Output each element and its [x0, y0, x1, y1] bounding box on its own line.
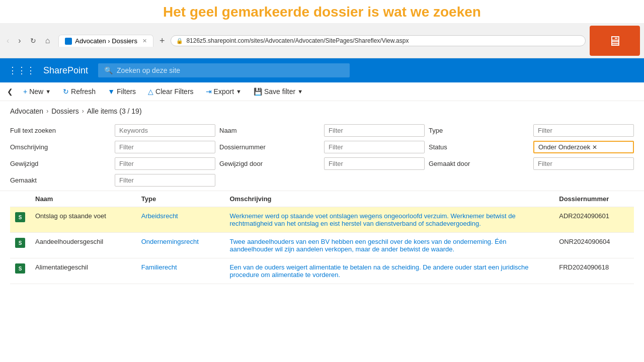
omschrijving-cell: Werknemer werd op staande voet ontslagen… [224, 207, 554, 233]
sharepoint-header: ⋮⋮⋮ SharePoint 🔍 [0, 58, 644, 82]
breadcrumb-sep-2: › [82, 108, 84, 115]
full-text-input[interactable] [115, 124, 215, 137]
save-filter-dropdown-icon: ▼ [297, 88, 303, 95]
new-label: New [29, 87, 43, 96]
breadcrumb-sub[interactable]: Dossiers [51, 107, 78, 115]
filters-label: Filters [117, 87, 136, 96]
dossiernummer-cell: ADR2024090601 [554, 207, 634, 233]
omschrijving-cell: Een van de ouders weigert alimentatie te… [224, 258, 554, 284]
col-naam[interactable]: Naam [30, 191, 136, 207]
breadcrumb-sep-1: › [46, 108, 48, 115]
status-filter-remove[interactable]: ✕ [592, 144, 597, 151]
file-icon-cell: S [10, 233, 30, 258]
new-dropdown-icon: ▼ [45, 88, 51, 95]
file-icon-cell: S [10, 258, 30, 284]
file-icon: S [15, 238, 25, 248]
clear-filter-icon: △ [148, 87, 153, 96]
file-icon: S [15, 263, 25, 274]
browser-refresh-button[interactable]: ↻ [28, 36, 39, 46]
gemaakt-door-input[interactable] [533, 157, 634, 170]
type-input[interactable] [533, 124, 634, 137]
omschrijving-cell: Twee aandeelhouders van een BV hebben ee… [224, 233, 554, 258]
type-cell: Familierecht [136, 258, 225, 284]
dossiernummer-input[interactable] [324, 141, 425, 153]
status-filter-tag-container[interactable]: Onder Onderzoek ✕ [533, 141, 634, 153]
content-area: Advocaten › Dossiers › Alle items (3 / 1… [0, 101, 644, 284]
tab-favicon [65, 38, 72, 45]
breadcrumb-current: Alle items (3 / 19) [87, 107, 142, 115]
file-icon: S [15, 212, 25, 222]
new-button[interactable]: + New ▼ [18, 84, 56, 99]
search-icon: 🔍 [104, 66, 113, 74]
gewijzigd-label: Gewijzigd [10, 160, 111, 167]
save-filter-label: Save filter [264, 87, 295, 96]
save-filter-button[interactable]: 💾 Save filter ▼ [249, 84, 308, 99]
type-cell: Ondernemingsrecht [136, 233, 225, 258]
export-icon: ⇥ [206, 87, 212, 96]
filters-button[interactable]: ▼ Filters [103, 84, 141, 99]
breadcrumb: Advocaten › Dossiers › Alle items (3 / 1… [0, 101, 644, 120]
naam-cell: Alimentatiegeschil [30, 258, 136, 284]
tab-label: Advocaten › Dossiers [75, 37, 137, 45]
naam-label: Naam [219, 127, 320, 134]
status-label: Status [429, 143, 529, 151]
table-container: Naam Type Omschrijving Dossiernummer S O… [0, 191, 644, 284]
clear-filters-label: Clear Filters [155, 87, 193, 96]
gewijzigd-input[interactable] [115, 157, 215, 170]
status-filter-tag: Onder Onderzoek ✕ [538, 143, 597, 151]
waffle-icon[interactable]: ⋮⋮⋮ [6, 63, 37, 78]
filter-icon: ▼ [108, 87, 115, 96]
back-button[interactable]: ‹ [4, 35, 12, 46]
refresh-button[interactable]: ↻ Refresh [58, 84, 101, 99]
export-label: Export [214, 87, 234, 96]
dossiernummer-cell: FRD2024090618 [554, 258, 634, 284]
omschrijving-label: Omschrijving [10, 143, 111, 151]
type-cell: Arbeidsrecht [136, 207, 225, 233]
lock-icon: 🔒 [176, 38, 183, 44]
table-row[interactable]: S Alimentatiegeschil Familierecht Een va… [10, 258, 634, 284]
col-omschrijving[interactable]: Omschrijving [224, 191, 554, 207]
tab-close-button[interactable]: ✕ [142, 38, 147, 44]
col-icon [10, 191, 30, 207]
collapse-button[interactable]: ❮ [4, 85, 16, 98]
status-value: Onder Onderzoek [538, 143, 590, 151]
address-bar: 🔒 8126z5.sharepoint.com/sites/Advocaten/… [171, 35, 586, 46]
naam-cell: Ontslag op staande voet [30, 207, 136, 233]
filter-section: Full text zoeken Naam Type Omschrijving … [0, 120, 644, 191]
table-header-row: Naam Type Omschrijving Dossiernummer [10, 191, 634, 207]
type-label: Type [429, 127, 529, 134]
gewijzigd-door-input[interactable] [324, 157, 425, 170]
new-tab-button[interactable]: + [157, 36, 167, 46]
refresh-icon: ↻ [63, 87, 69, 96]
refresh-label: Refresh [71, 87, 96, 96]
col-dossiernummer[interactable]: Dossiernummer [554, 191, 634, 207]
col-type[interactable]: Type [136, 191, 225, 207]
dossiernummer-label: Dossiernummer [219, 143, 320, 151]
browser-tab: Advocaten › Dossiers ✕ [58, 35, 153, 47]
file-icon-cell: S [10, 207, 30, 233]
gemaakt-input[interactable] [115, 174, 215, 187]
export-button[interactable]: ⇥ Export ▼ [201, 84, 247, 99]
naam-cell: Aandeelhoudersgeschil [30, 233, 136, 258]
home-button[interactable]: ⌂ [43, 35, 53, 46]
save-icon: 💾 [254, 87, 262, 96]
plus-icon: + [23, 87, 27, 96]
table-row[interactable]: S Aandeelhoudersgeschil Ondernemingsrech… [10, 233, 634, 258]
sharepoint-logo: SharePoint [43, 65, 88, 76]
export-dropdown-icon: ▼ [236, 88, 242, 95]
toolbar: ❮ + New ▼ ↻ Refresh ▼ Filters △ Clear Fi… [0, 82, 644, 101]
omschrijving-input[interactable] [115, 141, 215, 153]
browser-indicator: 🖥 [590, 26, 640, 56]
forward-button[interactable]: › [16, 35, 23, 46]
top-banner: Het geel gemarkeerde dossier is wat we z… [0, 0, 644, 24]
gemaakt-door-label: Gemaakt door [429, 160, 529, 167]
breadcrumb-root[interactable]: Advocaten [10, 107, 43, 115]
table-row[interactable]: S Ontslag op staande voet Arbeidsrecht W… [10, 207, 634, 233]
full-text-label: Full text zoeken [10, 127, 111, 134]
naam-input[interactable] [324, 124, 425, 137]
clear-filters-button[interactable]: △ Clear Filters [143, 84, 198, 99]
gemaakt-label: Gemaakt [10, 176, 111, 184]
monitor-icon: 🖥 [608, 33, 622, 49]
dossiernummer-cell: ONR2024090604 [554, 233, 634, 258]
search-input[interactable] [117, 66, 344, 74]
